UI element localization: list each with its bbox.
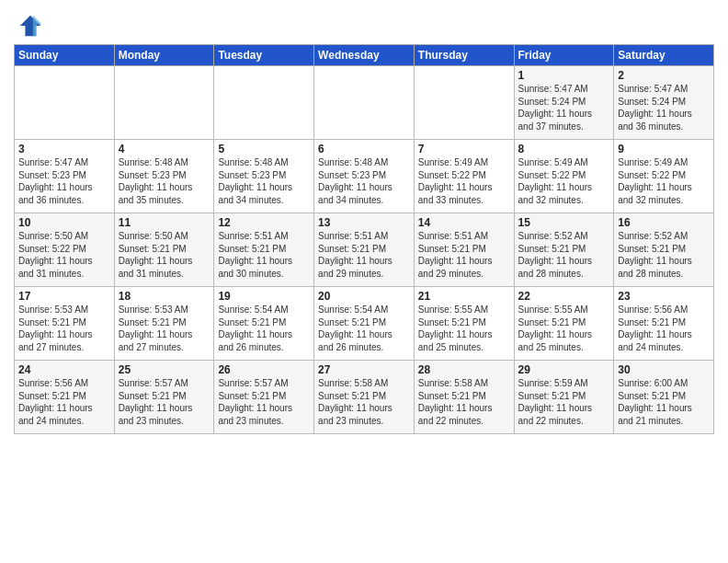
day-number: 5	[218, 143, 310, 155]
day-number: 4	[119, 143, 210, 155]
day-info: Sunrise: 5:58 AM Sunset: 5:21 PM Dayligh…	[318, 377, 410, 427]
svg-marker-0	[20, 16, 40, 36]
calendar-cell: 11Sunrise: 5:50 AM Sunset: 5:21 PM Dayli…	[114, 213, 214, 287]
day-number: 18	[119, 290, 210, 303]
day-number: 1	[518, 69, 610, 82]
day-number: 6	[318, 143, 410, 155]
day-info: Sunrise: 5:52 AM Sunset: 5:21 PM Dayligh…	[618, 230, 710, 280]
logo-icon	[17, 13, 43, 39]
week-row-2: 3Sunrise: 5:47 AM Sunset: 5:23 PM Daylig…	[15, 140, 714, 213]
day-info: Sunrise: 5:53 AM Sunset: 5:21 PM Dayligh…	[18, 304, 110, 353]
page: SundayMondayTuesdayWednesdayThursdayFrid…	[0, 0, 728, 563]
day-number: 24	[18, 363, 110, 376]
week-row-3: 10Sunrise: 5:50 AM Sunset: 5:22 PM Dayli…	[15, 213, 714, 287]
calendar-cell: 6Sunrise: 5:48 AM Sunset: 5:23 PM Daylig…	[314, 140, 415, 213]
day-number: 27	[318, 363, 410, 376]
weekday-header-tuesday: Tuesday	[214, 45, 314, 66]
day-info: Sunrise: 6:00 AM Sunset: 5:21 PM Dayligh…	[618, 377, 710, 427]
calendar-cell: 29Sunrise: 5:59 AM Sunset: 5:21 PM Dayli…	[514, 361, 614, 434]
day-number: 17	[18, 290, 110, 303]
day-number: 11	[119, 216, 210, 229]
calendar-cell: 15Sunrise: 5:52 AM Sunset: 5:21 PM Dayli…	[514, 213, 614, 287]
calendar-cell: 10Sunrise: 5:50 AM Sunset: 5:22 PM Dayli…	[15, 213, 115, 287]
weekday-header-saturday: Saturday	[614, 45, 714, 66]
header	[14, 9, 714, 39]
weekday-header-friday: Friday	[514, 45, 614, 66]
calendar-cell: 7Sunrise: 5:49 AM Sunset: 5:22 PM Daylig…	[414, 140, 514, 213]
calendar-cell	[414, 66, 514, 140]
weekday-header-row: SundayMondayTuesdayWednesdayThursdayFrid…	[15, 45, 714, 66]
day-number: 13	[318, 216, 410, 229]
calendar-cell: 14Sunrise: 5:51 AM Sunset: 5:21 PM Dayli…	[414, 213, 514, 287]
calendar-cell: 5Sunrise: 5:48 AM Sunset: 5:23 PM Daylig…	[214, 140, 314, 213]
weekday-header-wednesday: Wednesday	[314, 45, 415, 66]
day-number: 14	[418, 216, 510, 229]
calendar-cell	[214, 66, 314, 140]
day-number: 15	[518, 216, 610, 229]
calendar-cell: 1Sunrise: 5:47 AM Sunset: 5:24 PM Daylig…	[514, 66, 614, 140]
calendar-cell: 21Sunrise: 5:55 AM Sunset: 5:21 PM Dayli…	[414, 287, 514, 361]
day-number: 20	[318, 290, 410, 303]
calendar-cell: 9Sunrise: 5:49 AM Sunset: 5:22 PM Daylig…	[614, 140, 714, 213]
day-info: Sunrise: 5:48 AM Sunset: 5:23 PM Dayligh…	[119, 156, 210, 206]
day-info: Sunrise: 5:47 AM Sunset: 5:24 PM Dayligh…	[518, 83, 610, 132]
day-info: Sunrise: 5:48 AM Sunset: 5:23 PM Dayligh…	[218, 156, 310, 206]
day-info: Sunrise: 5:50 AM Sunset: 5:21 PM Dayligh…	[119, 230, 210, 280]
day-number: 7	[418, 143, 510, 155]
day-info: Sunrise: 5:51 AM Sunset: 5:21 PM Dayligh…	[318, 230, 410, 280]
day-number: 22	[518, 290, 610, 303]
calendar-cell	[314, 66, 415, 140]
calendar-cell: 12Sunrise: 5:51 AM Sunset: 5:21 PM Dayli…	[214, 213, 314, 287]
weekday-header-thursday: Thursday	[414, 45, 514, 66]
day-number: 21	[418, 290, 510, 303]
logo	[14, 13, 43, 39]
day-info: Sunrise: 5:52 AM Sunset: 5:21 PM Dayligh…	[518, 230, 610, 280]
day-info: Sunrise: 5:57 AM Sunset: 5:21 PM Dayligh…	[218, 377, 310, 427]
calendar-cell: 18Sunrise: 5:53 AM Sunset: 5:21 PM Dayli…	[114, 287, 214, 361]
weekday-header-sunday: Sunday	[15, 45, 115, 66]
calendar-table: SundayMondayTuesdayWednesdayThursdayFrid…	[14, 44, 714, 434]
calendar-cell: 28Sunrise: 5:58 AM Sunset: 5:21 PM Dayli…	[414, 361, 514, 434]
day-number: 9	[618, 143, 710, 155]
calendar-cell: 20Sunrise: 5:54 AM Sunset: 5:21 PM Dayli…	[314, 287, 415, 361]
calendar-cell: 23Sunrise: 5:56 AM Sunset: 5:21 PM Dayli…	[614, 287, 714, 361]
day-number: 23	[618, 290, 710, 303]
day-number: 8	[518, 143, 610, 155]
calendar-cell: 8Sunrise: 5:49 AM Sunset: 5:22 PM Daylig…	[514, 140, 614, 213]
week-row-4: 17Sunrise: 5:53 AM Sunset: 5:21 PM Dayli…	[15, 287, 714, 361]
day-number: 29	[518, 363, 610, 376]
day-info: Sunrise: 5:47 AM Sunset: 5:24 PM Dayligh…	[618, 83, 710, 132]
day-number: 28	[418, 363, 510, 376]
calendar-cell: 4Sunrise: 5:48 AM Sunset: 5:23 PM Daylig…	[114, 140, 214, 213]
day-info: Sunrise: 5:49 AM Sunset: 5:22 PM Dayligh…	[418, 156, 510, 206]
day-number: 25	[119, 363, 210, 376]
day-number: 16	[618, 216, 710, 229]
calendar-cell: 16Sunrise: 5:52 AM Sunset: 5:21 PM Dayli…	[614, 213, 714, 287]
calendar-cell: 2Sunrise: 5:47 AM Sunset: 5:24 PM Daylig…	[614, 66, 714, 140]
day-info: Sunrise: 5:50 AM Sunset: 5:22 PM Dayligh…	[18, 230, 110, 280]
day-info: Sunrise: 5:49 AM Sunset: 5:22 PM Dayligh…	[618, 156, 710, 206]
calendar-cell	[15, 66, 115, 140]
day-info: Sunrise: 5:51 AM Sunset: 5:21 PM Dayligh…	[218, 230, 310, 280]
calendar-cell: 25Sunrise: 5:57 AM Sunset: 5:21 PM Dayli…	[114, 361, 214, 434]
day-number: 26	[218, 363, 310, 376]
day-info: Sunrise: 5:47 AM Sunset: 5:23 PM Dayligh…	[18, 156, 110, 206]
day-number: 30	[618, 363, 710, 376]
day-info: Sunrise: 5:54 AM Sunset: 5:21 PM Dayligh…	[318, 304, 410, 353]
calendar-cell: 24Sunrise: 5:56 AM Sunset: 5:21 PM Dayli…	[15, 361, 115, 434]
day-info: Sunrise: 5:51 AM Sunset: 5:21 PM Dayligh…	[418, 230, 510, 280]
day-info: Sunrise: 5:49 AM Sunset: 5:22 PM Dayligh…	[518, 156, 610, 206]
day-info: Sunrise: 5:55 AM Sunset: 5:21 PM Dayligh…	[418, 304, 510, 353]
day-number: 12	[218, 216, 310, 229]
day-info: Sunrise: 5:48 AM Sunset: 5:23 PM Dayligh…	[318, 156, 410, 206]
calendar-cell: 27Sunrise: 5:58 AM Sunset: 5:21 PM Dayli…	[314, 361, 415, 434]
day-info: Sunrise: 5:59 AM Sunset: 5:21 PM Dayligh…	[518, 377, 610, 427]
week-row-1: 1Sunrise: 5:47 AM Sunset: 5:24 PM Daylig…	[15, 66, 714, 140]
day-number: 3	[18, 143, 110, 155]
day-info: Sunrise: 5:56 AM Sunset: 5:21 PM Dayligh…	[618, 304, 710, 353]
week-row-5: 24Sunrise: 5:56 AM Sunset: 5:21 PM Dayli…	[15, 361, 714, 434]
day-info: Sunrise: 5:54 AM Sunset: 5:21 PM Dayligh…	[218, 304, 310, 353]
weekday-header-monday: Monday	[114, 45, 214, 66]
calendar-cell: 13Sunrise: 5:51 AM Sunset: 5:21 PM Dayli…	[314, 213, 415, 287]
day-number: 2	[618, 69, 710, 82]
